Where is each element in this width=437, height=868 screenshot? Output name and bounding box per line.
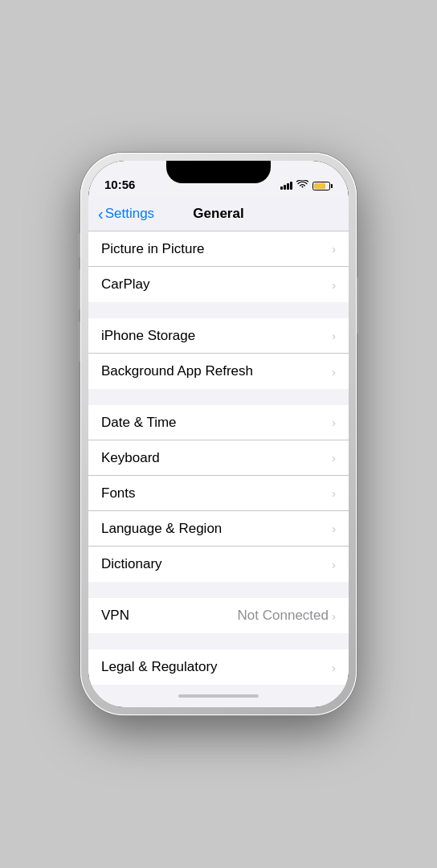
- spacer-2: [88, 389, 349, 405]
- item-label: iPhone Storage: [101, 328, 195, 344]
- item-label: Picture in Picture: [101, 241, 205, 257]
- item-label: Date & Time: [101, 415, 177, 431]
- item-right: ›: [332, 486, 336, 500]
- section-group-vpn: VPN Not Connected ›: [88, 598, 349, 633]
- item-right: ›: [332, 242, 336, 256]
- signal-icon: [280, 182, 292, 190]
- chevron-right-icon: ›: [332, 661, 336, 674]
- navigation-bar: ‹ Settings General: [88, 196, 349, 231]
- power-button[interactable]: [357, 277, 359, 334]
- chevron-right-icon: ›: [332, 486, 336, 500]
- phone-screen: 10:56: [88, 161, 349, 707]
- chevron-right-icon: ›: [332, 242, 336, 256]
- list-item-language-region[interactable]: Language & Region ›: [88, 511, 349, 547]
- item-label: Fonts: [101, 485, 136, 502]
- list-item-iphone-storage[interactable]: iPhone Storage ›: [88, 318, 349, 354]
- item-label: CarPlay: [101, 276, 149, 293]
- item-label: Dictionary: [101, 556, 162, 572]
- list-item-date-time[interactable]: Date & Time ›: [88, 405, 349, 440]
- chevron-right-icon: ›: [332, 451, 336, 465]
- battery-icon: ⚡: [312, 182, 333, 190]
- chevron-right-icon: ›: [332, 609, 336, 623]
- list-item-dictionary[interactable]: Dictionary ›: [88, 547, 349, 582]
- item-right: ›: [332, 329, 336, 342]
- item-label: Language & Region: [101, 521, 222, 537]
- list-item-vpn[interactable]: VPN Not Connected ›: [88, 598, 349, 633]
- item-label: Legal & Regulatory: [101, 659, 218, 675]
- mute-button[interactable]: [78, 233, 80, 257]
- notch: [166, 161, 271, 183]
- item-right: ›: [332, 365, 336, 379]
- item-right: ›: [332, 558, 336, 571]
- back-label: Settings: [105, 206, 154, 222]
- list-item-keyboard[interactable]: Keyboard ›: [88, 440, 349, 476]
- screen-content: 10:56: [88, 161, 349, 707]
- home-indicator: [178, 694, 259, 698]
- chevron-right-icon: ›: [332, 365, 336, 379]
- status-icons: ⚡: [280, 180, 333, 191]
- list-item-carplay[interactable]: CarPlay ›: [88, 267, 349, 302]
- item-right: ›: [332, 522, 336, 535]
- volume-down-button[interactable]: [78, 321, 80, 362]
- back-button[interactable]: ‹ Settings: [98, 206, 154, 222]
- item-label: Background App Refresh: [101, 363, 253, 379]
- wifi-icon: [296, 180, 308, 191]
- section-group-3: Date & Time › Keyboard › Fonts: [88, 405, 349, 582]
- chevron-right-icon: ›: [332, 522, 336, 535]
- item-label: VPN: [101, 608, 129, 624]
- item-right: ›: [332, 278, 336, 292]
- item-label: Keyboard: [101, 450, 160, 466]
- chevron-right-icon: ›: [332, 278, 336, 292]
- chevron-right-icon: ›: [332, 558, 336, 571]
- item-right: Not Connected ›: [238, 608, 336, 624]
- page-title: General: [193, 206, 243, 222]
- status-time: 10:56: [104, 178, 135, 191]
- home-bar: [88, 685, 349, 707]
- item-right: ›: [332, 661, 336, 674]
- phone-frame: 10:56: [80, 153, 357, 715]
- section-group-1: Picture in Picture › CarPlay ›: [88, 231, 349, 302]
- volume-up-button[interactable]: [78, 269, 80, 309]
- vpn-status: Not Connected: [238, 608, 329, 624]
- chevron-right-icon: ›: [332, 329, 336, 342]
- chevron-right-icon: ›: [332, 416, 336, 429]
- item-right: ›: [332, 451, 336, 465]
- spacer-3: [88, 582, 349, 598]
- list-item-legal[interactable]: Legal & Regulatory ›: [88, 649, 349, 685]
- settings-content: Picture in Picture › CarPlay ›: [88, 231, 349, 685]
- section-group-2: iPhone Storage › Background App Refresh …: [88, 318, 349, 389]
- spacer-4: [88, 633, 349, 649]
- chevron-left-icon: ‹: [98, 206, 104, 222]
- list-item-background-app-refresh[interactable]: Background App Refresh ›: [88, 354, 349, 389]
- spacer-1: [88, 302, 349, 318]
- section-group-legal: Legal & Regulatory ›: [88, 649, 349, 685]
- list-item-picture-in-picture[interactable]: Picture in Picture ›: [88, 231, 349, 267]
- item-right: ›: [332, 416, 336, 429]
- list-item-fonts[interactable]: Fonts ›: [88, 476, 349, 511]
